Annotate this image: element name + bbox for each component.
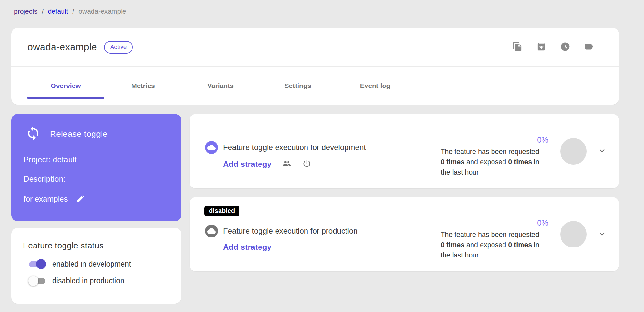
right-column: Feature toggle execution for development… bbox=[190, 114, 619, 304]
env-metrics: 0% The feature has been requested 0 time… bbox=[441, 136, 548, 177]
breadcrumb-link-default[interactable]: default bbox=[48, 6, 68, 16]
tags-button[interactable] bbox=[584, 42, 594, 53]
toggle-row-production: disabled in production bbox=[23, 276, 170, 286]
env-name: Feature toggle execution for production bbox=[223, 226, 358, 236]
environment-card-production: disabled Feature toggle execution for pr… bbox=[190, 197, 619, 271]
status-badge: Active bbox=[104, 41, 133, 54]
tab-variants[interactable]: Variants bbox=[182, 67, 259, 105]
archive-feature-button[interactable] bbox=[536, 42, 546, 53]
release-toggle-card: Release toggle Project: default Descript… bbox=[11, 114, 181, 221]
env-metrics: 0% The feature has been requested 0 time… bbox=[441, 218, 548, 260]
metrics-chart-placeholder bbox=[560, 138, 587, 165]
disabled-badge: disabled bbox=[204, 206, 239, 216]
metrics-mid: and exposed bbox=[466, 158, 506, 166]
metrics-line1: The feature has been requested bbox=[441, 231, 539, 238]
metrics-text: The feature has been requested 0 times a… bbox=[441, 146, 548, 177]
tab-event-log[interactable]: Event log bbox=[337, 67, 414, 105]
copy-feature-button[interactable] bbox=[512, 42, 522, 53]
flexible-rollout-button[interactable] bbox=[302, 159, 311, 169]
history-button[interactable] bbox=[560, 42, 570, 53]
metrics-line3: the last hour bbox=[441, 251, 479, 259]
tab-bar: Overview Metrics Variants Settings Event… bbox=[11, 67, 619, 105]
title-row: owada-example Active bbox=[11, 28, 619, 66]
tab-label: Settings bbox=[285, 82, 311, 90]
clock-icon bbox=[560, 42, 570, 53]
tab-overview[interactable]: Overview bbox=[27, 67, 104, 105]
environment-card-development: Feature toggle execution for development… bbox=[190, 114, 619, 188]
breadcrumb-link-projects[interactable]: projects bbox=[14, 6, 38, 16]
metrics-exposed-count: 0 times bbox=[508, 158, 532, 166]
metrics-exposed-count: 0 times bbox=[508, 241, 532, 249]
user-strategy-button[interactable] bbox=[282, 159, 291, 169]
feature-toggle-status-card: Feature toggle status enabled in develop… bbox=[11, 228, 181, 304]
toggle-thumb bbox=[36, 259, 46, 269]
metrics-line1: The feature has been requested bbox=[441, 148, 539, 156]
add-strategy-link[interactable]: Add strategy bbox=[223, 160, 271, 169]
breadcrumb-separator: / bbox=[42, 6, 44, 16]
exposure-percent: 0% bbox=[441, 136, 548, 145]
toggle-thumb bbox=[28, 276, 38, 286]
tag-icon bbox=[584, 42, 594, 53]
breadcrumb-current: owada-example bbox=[78, 6, 126, 16]
env-title-row: Feature toggle execution for production bbox=[205, 225, 441, 237]
toggle-label: enabled in development bbox=[52, 260, 131, 268]
description-value: for examples bbox=[24, 195, 68, 204]
description-row: for examples bbox=[24, 194, 171, 204]
loop-icon bbox=[25, 126, 41, 142]
active-tab-underline bbox=[27, 97, 104, 99]
tab-metrics[interactable]: Metrics bbox=[104, 67, 182, 105]
feature-toggle-page: projects / default / owada-example owada… bbox=[0, 0, 644, 312]
env-actions-row: Add strategy bbox=[223, 243, 441, 252]
project-label: Project: default bbox=[24, 155, 171, 164]
env-main: Feature toggle execution for development… bbox=[205, 141, 441, 169]
toggle-type-row: Release toggle bbox=[25, 126, 171, 142]
add-strategy-link[interactable]: Add strategy bbox=[223, 243, 271, 252]
metrics-text: The feature has been requested 0 times a… bbox=[441, 229, 548, 260]
metrics-requested-count: 0 times bbox=[441, 241, 464, 249]
metrics-tail: in bbox=[534, 241, 539, 249]
chevron-down-icon bbox=[597, 146, 607, 157]
metrics-chart-placeholder bbox=[560, 221, 587, 247]
exposure-percent: 0% bbox=[441, 218, 548, 227]
cloud-icon bbox=[205, 225, 218, 237]
page-title: owada-example bbox=[27, 42, 97, 53]
people-icon bbox=[282, 159, 291, 169]
breadcrumb-separator: / bbox=[72, 6, 74, 16]
env-name: Feature toggle execution for development bbox=[223, 143, 366, 152]
toggle-row-development: enabled in development bbox=[23, 259, 170, 269]
tab-label: Variants bbox=[207, 82, 234, 90]
toggle-label: disabled in production bbox=[52, 277, 124, 285]
env-actions-row: Add strategy bbox=[223, 159, 441, 169]
production-toggle[interactable] bbox=[28, 276, 46, 286]
metrics-requested-count: 0 times bbox=[441, 158, 464, 166]
breadcrumb: projects / default / owada-example bbox=[0, 0, 644, 16]
copy-icon bbox=[512, 42, 522, 53]
metrics-mid: and exposed bbox=[466, 241, 506, 249]
expand-environment-button[interactable] bbox=[597, 229, 607, 240]
tab-label: Metrics bbox=[131, 82, 155, 90]
archive-icon bbox=[536, 42, 546, 53]
tab-label: Overview bbox=[51, 82, 81, 90]
pencil-icon bbox=[76, 194, 85, 204]
env-title-row: Feature toggle execution for development bbox=[205, 141, 441, 154]
metrics-tail: in bbox=[534, 158, 539, 166]
left-column: Release toggle Project: default Descript… bbox=[11, 114, 181, 304]
status-card-title: Feature toggle status bbox=[23, 241, 170, 251]
cloud-icon bbox=[205, 141, 218, 154]
content-area: Release toggle Project: default Descript… bbox=[11, 114, 619, 304]
env-main: Feature toggle execution for production … bbox=[205, 225, 441, 252]
tab-label: Event log bbox=[360, 82, 391, 90]
toggle-type-label: Release toggle bbox=[50, 129, 108, 139]
tab-settings[interactable]: Settings bbox=[259, 67, 337, 105]
metrics-line3: the last hour bbox=[441, 168, 479, 176]
chevron-down-icon bbox=[597, 229, 607, 240]
description-label: Description: bbox=[24, 175, 171, 184]
feature-header-card: owada-example Active bbox=[11, 28, 619, 105]
expand-environment-button[interactable] bbox=[597, 146, 607, 157]
power-icon bbox=[302, 159, 311, 169]
edit-description-button[interactable] bbox=[76, 194, 85, 204]
development-toggle[interactable] bbox=[28, 259, 46, 269]
